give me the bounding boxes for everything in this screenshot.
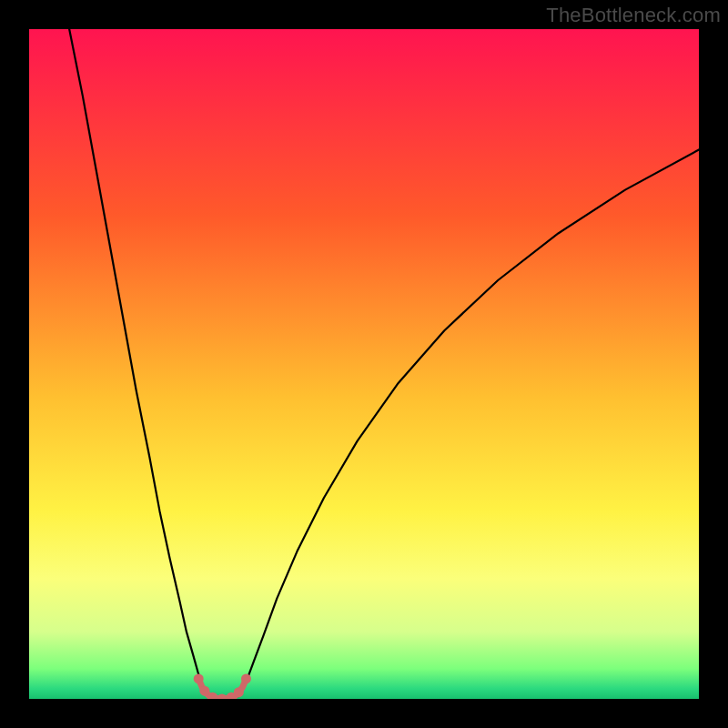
trough-dot bbox=[234, 687, 244, 697]
trough-dot bbox=[199, 686, 209, 696]
chart-frame: TheBottleneck.com bbox=[0, 0, 728, 728]
chart-background bbox=[29, 29, 699, 699]
trough-dot bbox=[194, 673, 204, 683]
chart-svg bbox=[29, 29, 699, 699]
trough-dot bbox=[241, 673, 251, 683]
plot-area bbox=[29, 29, 699, 699]
watermark-text: TheBottleneck.com bbox=[546, 4, 721, 27]
